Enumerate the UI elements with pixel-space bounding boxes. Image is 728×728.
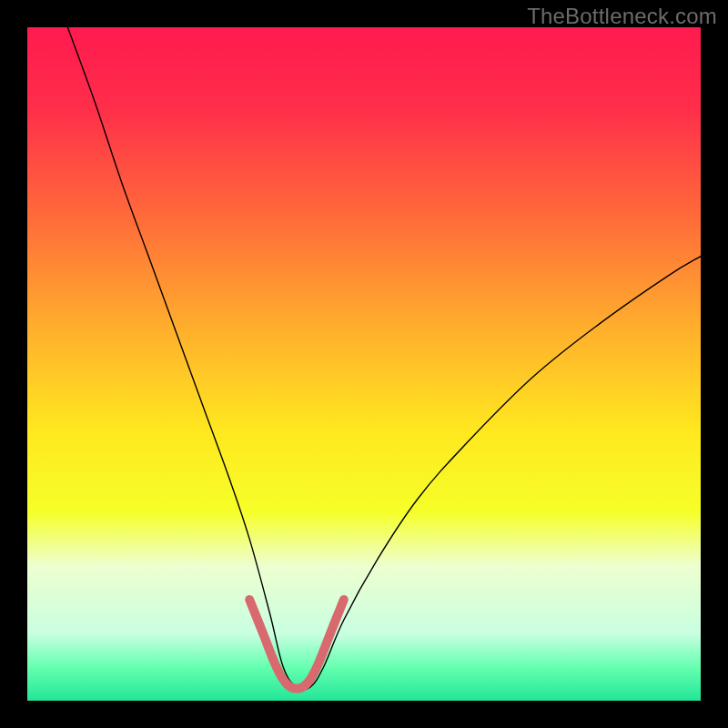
curve-layer xyxy=(27,27,701,701)
watermark-text: TheBottleneck.com xyxy=(527,4,717,29)
v-curve-thick-highlight xyxy=(249,600,344,689)
v-curve-thin xyxy=(67,27,701,690)
plot-area xyxy=(27,27,701,701)
chart-frame: TheBottleneck.com xyxy=(0,0,728,728)
